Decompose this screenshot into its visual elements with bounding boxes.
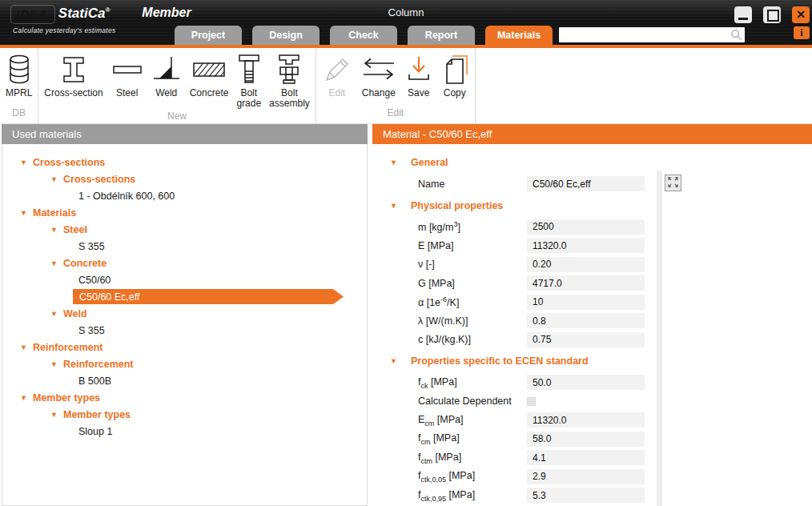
ribbon-button-label: Change — [362, 88, 396, 98]
prop-field-fctk005[interactable] — [527, 469, 645, 484]
tree-item-c50-60[interactable]: C50/60 — [2, 271, 367, 288]
ribbon-button-label: Concrete — [190, 88, 229, 98]
tab-report[interactable]: Report — [408, 26, 475, 45]
content-area: Used materials ▼Cross-sections▼Cross-sec… — [0, 124, 812, 506]
prop-row-ecm: Ecm [MPa] — [372, 411, 661, 430]
collapse-triangle-icon[interactable]: ▼ — [50, 259, 63, 267]
search-icon — [730, 29, 742, 44]
tree-item-weld[interactable]: ▼Weld — [2, 305, 367, 322]
collapse-triangle-icon[interactable]: ▼ — [50, 411, 63, 419]
close-button[interactable]: ✕ — [792, 6, 810, 23]
collapse-triangle-icon[interactable]: ▼ — [390, 357, 411, 365]
ribbon-button-concrete[interactable]: Concrete — [186, 50, 233, 98]
tree-item-member-types[interactable]: ▼Member types — [2, 389, 367, 406]
app-window: IDEA StatiCa® Member Calculate yesterday… — [0, 0, 812, 506]
collapse-triangle-icon[interactable]: ▼ — [20, 343, 33, 351]
collapse-triangle-icon[interactable]: ▼ — [20, 394, 33, 402]
tree-item-materials[interactable]: ▼Materials — [2, 204, 367, 221]
prop-row-fctk005: fctk,0,05 [MPa] — [372, 468, 661, 487]
prop-field-nu[interactable] — [527, 257, 645, 272]
tree-item-concrete[interactable]: ▼Concrete — [2, 255, 367, 271]
tree-item-label: Reinforcement — [63, 359, 134, 370]
section-title: Properties specific to ECEN standard — [411, 355, 589, 367]
tree-item-reinforcement[interactable]: ▼Reinforcement — [2, 355, 367, 372]
collapse-triangle-icon[interactable]: ▼ — [50, 310, 63, 318]
collapse-triangle-icon[interactable]: ▼ — [20, 209, 33, 217]
prop-field-ecm[interactable] — [527, 412, 645, 428]
used-materials-panel: Used materials ▼Cross-sections▼Cross-sec… — [2, 124, 368, 506]
fit-view-button[interactable] — [665, 175, 681, 191]
vertical-scrollbar[interactable] — [657, 171, 662, 506]
prop-field-name[interactable] — [527, 176, 645, 191]
prop-field-lambda[interactable] — [527, 313, 645, 328]
save-arrow-icon — [405, 52, 432, 87]
tree-item-cross-sections[interactable]: ▼Cross-sections — [2, 154, 367, 171]
collapse-triangle-icon[interactable]: ▼ — [50, 226, 63, 234]
info-button[interactable]: i — [794, 26, 810, 39]
prop-row-e: E [MPa] — [372, 236, 661, 255]
ribbon-button-steel[interactable]: Steel — [107, 50, 147, 98]
ribbon-button-change[interactable]: Change — [356, 50, 401, 98]
prop-field-g[interactable] — [527, 275, 645, 291]
tree-item-steel[interactable]: ▼Steel — [2, 221, 367, 238]
prop-field-alpha[interactable] — [527, 295, 645, 310]
collapse-triangle-icon[interactable]: ▼ — [390, 202, 411, 210]
ribbon-button-mprl[interactable]: MPRL — [2, 50, 36, 98]
materials-tree: ▼Cross-sections▼Cross-sections1 - Obdéln… — [2, 144, 368, 506]
tree-item-b-500b[interactable]: B 500B — [2, 372, 367, 389]
prop-field-fck[interactable] — [527, 375, 645, 390]
tree-item-sloup-1[interactable]: Sloup 1 — [2, 423, 367, 440]
prop-field-fctm[interactable] — [527, 450, 645, 465]
maximize-button[interactable] — [763, 6, 781, 23]
tree-item-label: Reinforcement — [33, 342, 103, 353]
tab-project[interactable]: Project — [175, 26, 242, 45]
bolt-grade-icon — [237, 52, 261, 87]
tree-item-reinforcement[interactable]: ▼Reinforcement — [2, 339, 367, 355]
ribbon-button-bolt-assembly[interactable]: Bolt assembly — [265, 50, 314, 109]
prop-label-alpha: α [1e-6/K] — [418, 295, 527, 308]
tree-item-member-types[interactable]: ▼Member types — [2, 406, 367, 423]
tree-item-cross-sections[interactable]: ▼Cross-sections — [2, 171, 367, 187]
search-box[interactable] — [559, 27, 745, 42]
tree-item-label: Sloup 1 — [78, 426, 112, 437]
ribbon-button-bolt-grade[interactable]: Bolt grade — [232, 50, 265, 109]
prop-checkbox-calculate-dependent[interactable] — [527, 397, 536, 406]
ribbon-button-cross-section[interactable]: Cross-section — [40, 50, 107, 98]
prop-row-lambda: λ [W/(m.K)] — [372, 311, 661, 331]
prop-field-e[interactable] — [527, 238, 645, 253]
section-title: General — [411, 157, 448, 168]
ribbon-button-label: MPRL — [6, 88, 32, 98]
ribbon-button-weld[interactable]: Weld — [147, 50, 186, 98]
collapse-triangle-icon[interactable]: ▼ — [390, 159, 411, 167]
prop-label-name: Name — [418, 179, 527, 190]
tree-item-1-obd-ln-k-600-600[interactable]: 1 - Obdélník 600, 600 — [2, 187, 367, 204]
collapse-triangle-icon[interactable]: ▼ — [50, 360, 63, 368]
bolt-assembly-icon — [276, 52, 302, 87]
prop-label-c: c [kJ/(kg.K)] — [418, 334, 527, 345]
collapse-triangle-icon[interactable]: ▼ — [50, 175, 63, 183]
search-input[interactable] — [559, 28, 745, 43]
prop-field-c[interactable] — [527, 332, 645, 347]
prop-field-m[interactable] — [527, 219, 645, 235]
collapse-triangle-icon[interactable]: ▼ — [20, 159, 33, 167]
minimize-button[interactable] — [734, 6, 752, 23]
prop-row-alpha: α [1e-6/K] — [372, 293, 661, 312]
prop-field-fcm[interactable] — [527, 432, 645, 447]
tree-item-label: Cross-sections — [33, 157, 105, 168]
tree-item-s-355[interactable]: S 355 — [2, 238, 367, 255]
tab-design[interactable]: Design — [252, 26, 320, 45]
tree-item-c50-60-ec-eff[interactable]: C50/60 Ec,eff — [2, 288, 367, 305]
ribbon-button-save[interactable]: Save — [401, 50, 436, 98]
tree-item-s-355[interactable]: S 355 — [2, 322, 367, 339]
prop-field-fctk095[interactable] — [527, 488, 645, 503]
ribbon-button-edit[interactable]: Edit — [318, 50, 356, 98]
tab-materials[interactable]: Materials — [485, 26, 553, 45]
prop-label-fck: fck [MPa] — [418, 376, 527, 390]
material-detail-header: Material - C50/60 Ec,eff — [372, 124, 812, 144]
tab-check[interactable]: Check — [330, 26, 397, 45]
prop-row-fcm: fcm [MPa] — [372, 430, 661, 449]
tree-item-label: S 355 — [78, 241, 105, 252]
ribbon-button-copy[interactable]: Copy — [436, 50, 473, 98]
prop-label-fcm: fcm [MPa] — [418, 432, 527, 446]
prop-label-e: E [MPa] — [418, 240, 527, 251]
